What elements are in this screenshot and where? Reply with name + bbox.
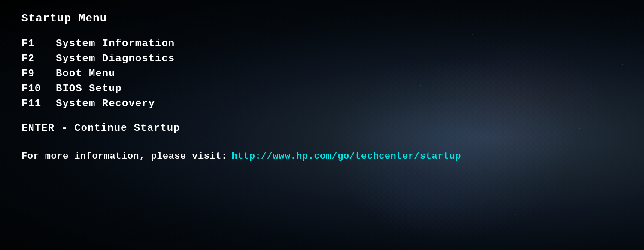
key-f11: F11 — [21, 98, 56, 109]
menu-item-f1[interactable]: F1 System Information — [21, 38, 623, 49]
key-f10: F10 — [21, 83, 56, 94]
label-system-diagnostics: System Diagnostics — [56, 53, 175, 64]
info-url-link[interactable]: http://www.hp.com/go/techcenter/startup — [232, 151, 461, 162]
menu-item-f10[interactable]: F10 BIOS Setup — [21, 83, 623, 94]
bios-screen: Startup Menu F1 System Information F2 Sy… — [0, 0, 644, 250]
menu-item-f9[interactable]: F9 Boot Menu — [21, 68, 623, 79]
info-prefix-text: For more information, please visit: — [21, 151, 228, 162]
enter-continue-line[interactable]: ENTER - Continue Startup — [21, 122, 623, 134]
menu-item-f2[interactable]: F2 System Diagnostics — [21, 53, 623, 64]
label-bios-setup: BIOS Setup — [56, 83, 122, 94]
startup-menu-title: Startup Menu — [21, 12, 623, 25]
label-system-information: System Information — [56, 38, 175, 49]
key-f9: F9 — [21, 68, 56, 79]
label-boot-menu: Boot Menu — [56, 68, 115, 79]
menu-items-list: F1 System Information F2 System Diagnost… — [21, 38, 623, 109]
key-f1: F1 — [21, 38, 56, 49]
bios-content: Startup Menu F1 System Information F2 Sy… — [0, 0, 644, 174]
menu-item-f11[interactable]: F11 System Recovery — [21, 98, 623, 109]
key-f2: F2 — [21, 53, 56, 64]
info-line: For more information, please visit: http… — [21, 151, 623, 162]
label-system-recovery: System Recovery — [56, 98, 155, 109]
